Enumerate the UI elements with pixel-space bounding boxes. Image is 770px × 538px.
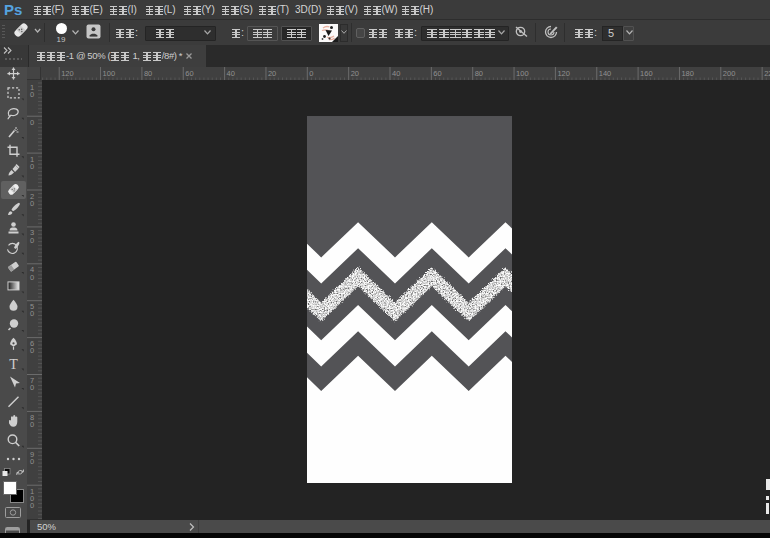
svg-text:0: 0 [30,162,34,171]
svg-text:0: 0 [30,236,34,245]
svg-text:180: 180 [681,68,694,77]
svg-text:220: 220 [764,68,770,77]
svg-text:0: 0 [309,68,313,77]
svg-text:80: 80 [475,68,483,77]
svg-text:0: 0 [30,457,34,466]
svg-text:160: 160 [640,68,653,77]
svg-text:0: 0 [30,309,34,318]
svg-text:0: 0 [30,383,34,392]
svg-text:20: 20 [351,68,359,77]
svg-text:0: 0 [30,118,34,127]
svg-text:200: 200 [723,68,736,77]
svg-text:60: 60 [433,68,441,77]
svg-text:0: 0 [30,273,34,282]
svg-text:40: 40 [227,68,235,77]
svg-text:0: 0 [30,420,34,429]
svg-text:100: 100 [103,68,116,77]
svg-text:120: 120 [557,68,570,77]
svg-text:0: 0 [30,90,34,99]
svg-text:60: 60 [185,68,193,77]
svg-text:20: 20 [268,68,276,77]
svg-text:T: T [9,357,18,372]
svg-text:80: 80 [144,68,152,77]
svg-text:0: 0 [30,346,34,355]
svg-text:140: 140 [599,68,612,77]
svg-text:100: 100 [516,68,529,77]
svg-text:40: 40 [392,68,400,77]
svg-text:0: 0 [30,501,34,510]
svg-text:0: 0 [30,199,34,208]
svg-text:120: 120 [61,68,74,77]
